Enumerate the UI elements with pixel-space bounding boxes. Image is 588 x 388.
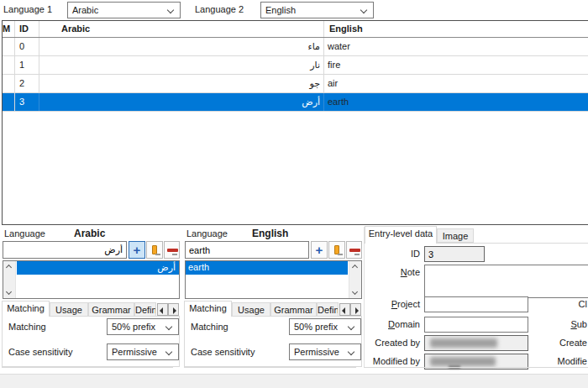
list-item-selected[interactable]: earth <box>186 261 348 275</box>
scroll-down-icon[interactable] <box>352 289 358 295</box>
delete-term-button[interactable] <box>346 241 362 259</box>
remove-icon-dash <box>172 254 177 255</box>
delete-term-button[interactable] <box>164 241 180 259</box>
add-icon: + <box>134 246 141 254</box>
row-marker-cell <box>3 56 15 74</box>
edit-term-button[interactable] <box>146 241 163 259</box>
scrollbar[interactable] <box>3 261 16 298</box>
note-field[interactable] <box>424 265 588 298</box>
column-header-arabic[interactable]: Arabic <box>39 21 324 37</box>
table-row[interactable]: 2 جو air <box>3 75 588 93</box>
tab-usage[interactable]: Usage <box>232 302 270 317</box>
cell-id[interactable]: 1 <box>15 56 39 74</box>
case-sensitivity-select[interactable]: Permissive <box>107 343 179 360</box>
add-icon: + <box>316 246 323 254</box>
subdomain-label-cut: Sub <box>539 319 587 329</box>
column-header-id[interactable]: ID <box>15 21 39 37</box>
domain-label-mnemonic: D <box>388 319 395 329</box>
chevron-down-icon <box>360 7 367 13</box>
remove-icon <box>349 249 360 252</box>
cell-arabic[interactable]: ماء <box>39 38 324 55</box>
tab-scroll-right-button[interactable] <box>168 303 179 316</box>
scroll-down-icon[interactable] <box>6 289 12 295</box>
cell-english[interactable]: fire <box>324 56 588 74</box>
panel-divider <box>2 367 173 368</box>
table-row[interactable]: 0 ماء water <box>3 38 588 56</box>
cell-arabic[interactable]: جو <box>39 75 324 92</box>
tab-matching[interactable]: Matching <box>184 301 232 317</box>
tab-scroll-right-button[interactable] <box>350 303 361 316</box>
tab-entry-level-data[interactable]: Entry-level data <box>365 226 437 244</box>
cell-id[interactable]: 2 <box>15 75 39 92</box>
tab-definition[interactable]: Defin <box>134 302 156 317</box>
tab-scroll-left-button[interactable] <box>157 303 168 316</box>
tab-scroll-right-icon <box>355 307 359 314</box>
created-by-field[interactable] <box>424 335 528 351</box>
add-term-button[interactable]: + <box>129 241 145 259</box>
tab-scroll-left-icon <box>160 307 163 314</box>
scrollbar[interactable] <box>349 261 361 298</box>
row-marker-cell <box>3 38 15 55</box>
project-field[interactable] <box>424 296 528 312</box>
tab-matching[interactable]: Matching <box>2 301 50 317</box>
id-field[interactable] <box>424 246 485 262</box>
domain-label-rest: omain <box>395 319 420 329</box>
tab-definition[interactable]: Defin <box>317 302 339 317</box>
arabic-term-input[interactable] <box>3 241 127 259</box>
cell-id[interactable]: 3 <box>15 93 39 111</box>
matching-select[interactable]: 50% prefix <box>107 318 179 335</box>
subdomain-label-rest: ub <box>577 319 587 329</box>
chevron-down-icon <box>348 323 354 330</box>
cell-arabic[interactable]: أرض <box>39 93 324 111</box>
id-label: ID <box>365 249 420 259</box>
table-row-selected[interactable]: 3 أرض earth <box>3 93 588 112</box>
language2-select[interactable]: English <box>260 2 374 18</box>
arabic-term-list[interactable]: أرض <box>3 260 180 299</box>
note-label: Note <box>365 267 420 277</box>
chevron-down-icon <box>348 349 354 355</box>
language1-value: Arabic <box>72 5 98 15</box>
subdomain-label-mnemonic: S <box>570 319 576 329</box>
case-sensitivity-select[interactable]: Permissive <box>289 343 361 360</box>
domain-field[interactable] <box>424 317 528 333</box>
panel-divider <box>184 367 356 368</box>
app-window: Language 1 Arabic Language 2 English M I… <box>0 0 588 388</box>
case-sensitivity-value: Permissive <box>294 347 339 357</box>
add-term-button[interactable]: + <box>311 241 328 259</box>
column-header-english[interactable]: English <box>324 21 588 37</box>
case-sensitivity-label: Case sensitivity <box>8 347 72 357</box>
tab-scroll-left-button[interactable] <box>339 303 350 316</box>
edit-icon-dash <box>155 254 160 255</box>
row-marker-cell <box>3 75 15 92</box>
tab-usage[interactable]: Usage <box>50 302 88 317</box>
cell-arabic[interactable]: نار <box>39 56 324 74</box>
tab-grammar[interactable]: Grammar <box>88 302 134 317</box>
cell-english[interactable]: water <box>324 38 588 55</box>
language2-value: English <box>265 5 296 15</box>
english-term-list[interactable]: earth <box>185 260 362 299</box>
matching-select[interactable]: 50% prefix <box>289 318 361 335</box>
scroll-up-icon[interactable] <box>6 265 12 270</box>
tab-grammar[interactable]: Grammar <box>270 302 317 317</box>
language1-select[interactable]: Arabic <box>67 2 181 18</box>
language-label: Language <box>186 228 228 239</box>
english-term-input[interactable] <box>185 241 309 259</box>
created-on-label-cut: Create <box>539 338 587 348</box>
tab-image[interactable]: Image <box>437 228 474 243</box>
project-label: Project <box>365 299 420 309</box>
created-by-label: Created by <box>365 338 420 348</box>
column-header-m[interactable]: M <box>3 21 15 37</box>
cell-english[interactable]: earth <box>324 93 588 111</box>
list-item-selected[interactable]: أرض <box>17 261 179 275</box>
scroll-up-icon[interactable] <box>352 265 358 270</box>
chevron-down-icon <box>167 7 174 13</box>
cell-id[interactable]: 0 <box>15 38 39 55</box>
edit-term-button[interactable] <box>328 241 345 259</box>
cell-english[interactable]: air <box>324 75 588 92</box>
table-row[interactable]: 1 نار fire <box>3 56 588 75</box>
chevron-down-icon <box>165 323 172 330</box>
tab-scroll-left-icon <box>342 307 345 314</box>
matching-label: Matching <box>191 322 228 332</box>
table-header: M ID Arabic English <box>3 21 588 38</box>
matching-value: 50% prefix <box>112 322 155 332</box>
